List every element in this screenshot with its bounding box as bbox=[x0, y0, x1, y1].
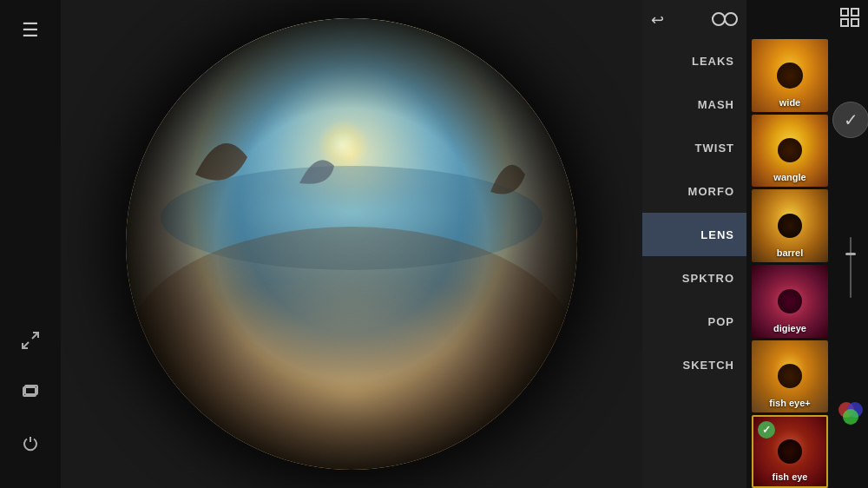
left-sidebar: ☰ bbox=[0, 0, 61, 488]
svg-line-1 bbox=[23, 342, 29, 348]
filter-leaks[interactable]: LEAKS bbox=[642, 39, 746, 82]
filter-sketch[interactable]: SKETCH bbox=[642, 343, 746, 386]
filter-panel: ↩ LEAKS MASH TWIST MORFO LENS SPKTRO bbox=[642, 0, 746, 488]
filter-lens[interactable]: LENS bbox=[642, 213, 746, 256]
fisheye-preview bbox=[126, 18, 577, 470]
thumbnail-fisheye-plus[interactable]: fish eye+ bbox=[752, 340, 828, 413]
menu-button[interactable]: ☰ bbox=[9, 9, 52, 52]
power-icon[interactable] bbox=[13, 427, 48, 462]
sun-glow bbox=[317, 119, 369, 171]
colors-button[interactable] bbox=[837, 398, 865, 425]
preview-button[interactable] bbox=[712, 10, 738, 30]
layers-icon[interactable] bbox=[13, 375, 48, 410]
filter-pop[interactable]: POP bbox=[642, 300, 746, 343]
confirm-button[interactable]: ✓ bbox=[832, 102, 868, 138]
filter-morfo[interactable]: MORFO bbox=[642, 169, 746, 213]
svg-point-8 bbox=[126, 18, 577, 470]
right-edge-controls: ✓ bbox=[833, 39, 868, 488]
svg-line-12 bbox=[712, 17, 713, 19]
thumbnail-digieye[interactable]: digieye bbox=[752, 265, 828, 338]
thumbnails-and-controls: wide wangle barrel bbox=[746, 39, 868, 488]
svg-point-9 bbox=[713, 13, 725, 25]
svg-point-7 bbox=[126, 227, 577, 470]
svg-point-19 bbox=[843, 409, 858, 425]
grid-icon[interactable] bbox=[840, 8, 859, 31]
filter-mash[interactable]: MASH bbox=[642, 82, 746, 126]
exposure-slider[interactable] bbox=[850, 237, 852, 298]
undo-button[interactable]: ↩ bbox=[651, 10, 664, 30]
svg-rect-15 bbox=[841, 19, 848, 26]
right-section: wide wangle barrel bbox=[746, 0, 868, 488]
svg-rect-14 bbox=[852, 9, 858, 16]
thumbnail-wide[interactable]: wide bbox=[752, 39, 828, 112]
selected-check: ✓ bbox=[758, 421, 775, 439]
svg-rect-16 bbox=[852, 19, 858, 26]
thumbnail-barrel[interactable]: barrel bbox=[752, 189, 828, 262]
svg-line-0 bbox=[32, 333, 38, 339]
filter-twist[interactable]: TWIST bbox=[642, 126, 746, 169]
expand-icon[interactable] bbox=[13, 323, 48, 358]
thumbnail-wangle[interactable]: wangle bbox=[752, 115, 828, 188]
svg-rect-5 bbox=[126, 18, 577, 470]
filter-top-controls: ↩ bbox=[642, 0, 746, 39]
svg-point-10 bbox=[725, 13, 737, 25]
filter-list: LEAKS MASH TWIST MORFO LENS SPKTRO POP S… bbox=[642, 39, 746, 488]
svg-rect-13 bbox=[841, 9, 848, 16]
filter-spktro[interactable]: SPKTRO bbox=[642, 256, 746, 300]
svg-point-6 bbox=[161, 166, 542, 270]
thumbnail-list: wide wangle barrel bbox=[746, 39, 833, 488]
svg-point-4 bbox=[126, 18, 577, 470]
right-top-bar bbox=[746, 0, 868, 39]
main-canvas bbox=[61, 0, 642, 488]
thumbnail-fisheye[interactable]: ✓ fish eye bbox=[752, 415, 828, 488]
scene-overlay bbox=[126, 18, 577, 470]
